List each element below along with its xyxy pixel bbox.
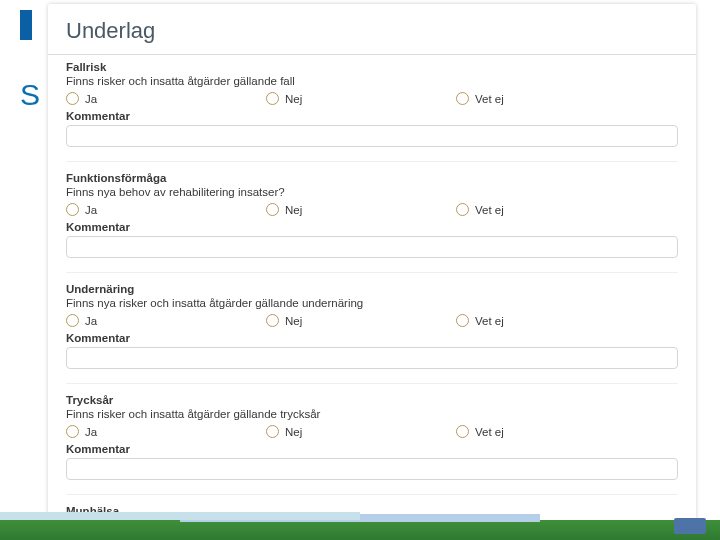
section-trycksar: Trycksår Finns risker och insatta åtgärd… <box>66 394 678 480</box>
radio-icon <box>266 203 279 216</box>
section-heading: Funktionsförmåga <box>66 172 678 184</box>
radio-label: Ja <box>85 315 97 327</box>
radio-label: Vet ej <box>475 315 504 327</box>
radio-icon <box>66 425 79 438</box>
radio-icon <box>66 92 79 105</box>
comment-label: Kommentar <box>66 332 678 344</box>
divider <box>66 494 678 495</box>
section-heading: Trycksår <box>66 394 678 406</box>
section-heading: Fallrisk <box>66 61 678 73</box>
radio-vetej[interactable]: Vet ej <box>456 92 678 105</box>
radio-label: Nej <box>285 93 302 105</box>
comment-input[interactable] <box>66 236 678 258</box>
radio-vetej[interactable]: Vet ej <box>456 314 678 327</box>
section-question: Finns nya risker och insatta åtgärder gä… <box>66 297 678 309</box>
comment-input[interactable] <box>66 125 678 147</box>
radio-label: Vet ej <box>475 93 504 105</box>
section-heading: Undernäring <box>66 283 678 295</box>
radio-vetej[interactable]: Vet ej <box>456 203 678 216</box>
radio-label: Vet ej <box>475 426 504 438</box>
comment-label: Kommentar <box>66 443 678 455</box>
radio-nej[interactable]: Nej <box>266 203 456 216</box>
radio-nej[interactable]: Nej <box>266 425 456 438</box>
section-undernaring: Undernäring Finns nya risker och insatta… <box>66 283 678 369</box>
radio-label: Nej <box>285 204 302 216</box>
radio-label: Nej <box>285 315 302 327</box>
radio-icon <box>266 92 279 105</box>
radio-label: Nej <box>285 426 302 438</box>
section-fallrisk: Fallrisk Finns risker och insatta åtgärd… <box>66 61 678 147</box>
form-card: Underlag Fallrisk Finns risker och insat… <box>48 4 696 526</box>
comment-label: Kommentar <box>66 110 678 122</box>
radio-ja[interactable]: Ja <box>66 203 266 216</box>
radio-icon <box>456 203 469 216</box>
radio-icon <box>66 203 79 216</box>
radio-ja[interactable]: Ja <box>66 314 266 327</box>
radio-ja[interactable]: Ja <box>66 425 266 438</box>
radio-label: Vet ej <box>475 204 504 216</box>
divider <box>66 161 678 162</box>
section-question: Finns risker och insatta åtgärder gällan… <box>66 408 678 420</box>
divider <box>66 272 678 273</box>
radio-label: Ja <box>85 426 97 438</box>
radio-vetej[interactable]: Vet ej <box>456 425 678 438</box>
radio-icon <box>456 314 469 327</box>
footer-wave <box>0 512 720 540</box>
radio-label: Ja <box>85 204 97 216</box>
section-question: Finns risker och insatta åtgärder gällan… <box>66 75 678 87</box>
radio-nej[interactable]: Nej <box>266 92 456 105</box>
radio-ja[interactable]: Ja <box>66 92 266 105</box>
page-title: Underlag <box>48 4 696 55</box>
radio-icon <box>456 92 469 105</box>
radio-nej[interactable]: Nej <box>266 314 456 327</box>
radio-icon <box>266 314 279 327</box>
brand-logo <box>20 10 32 40</box>
footer-accent <box>674 518 706 534</box>
section-funktionsformaga: Funktionsförmåga Finns nya behov av reha… <box>66 172 678 258</box>
radio-label: Ja <box>85 93 97 105</box>
comment-label: Kommentar <box>66 221 678 233</box>
radio-icon <box>456 425 469 438</box>
section-question: Finns nya behov av rehabilitering insats… <box>66 186 678 198</box>
divider <box>66 383 678 384</box>
comment-input[interactable] <box>66 458 678 480</box>
comment-input[interactable] <box>66 347 678 369</box>
radio-icon <box>266 425 279 438</box>
radio-icon <box>66 314 79 327</box>
